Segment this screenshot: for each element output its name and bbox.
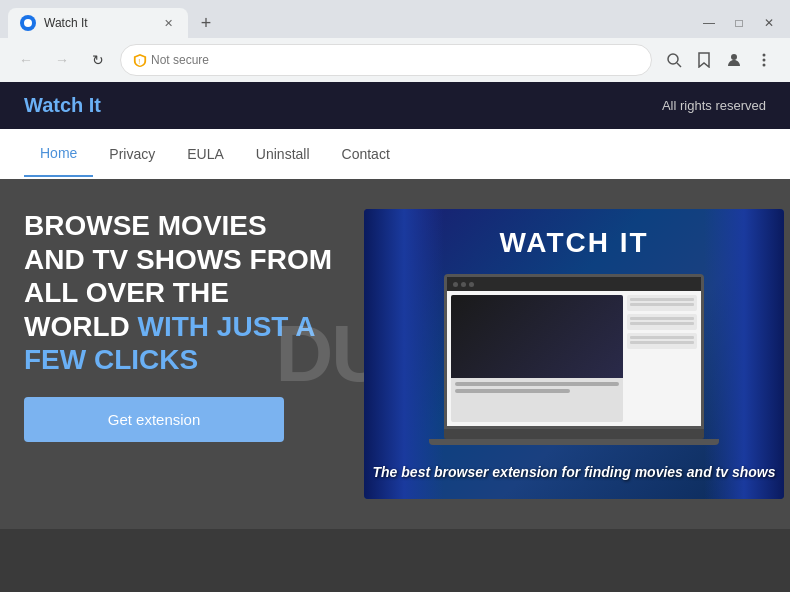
laptop-mockup: [444, 274, 704, 445]
laptop-screen: [444, 274, 704, 429]
browser-window: Watch It ✕ + — □ ✕ ← → ↻ ! Not secure: [0, 0, 790, 82]
tab-close-button[interactable]: ✕: [160, 15, 176, 31]
menu-icon[interactable]: [750, 46, 778, 74]
bookmark-icon[interactable]: [690, 46, 718, 74]
screen-dot-3: [469, 282, 474, 287]
forward-button[interactable]: →: [48, 46, 76, 74]
screen-dot-1: [453, 282, 458, 287]
back-button[interactable]: ←: [12, 46, 40, 74]
active-tab[interactable]: Watch It ✕: [8, 8, 188, 38]
sidebar-line-1: [630, 298, 694, 301]
website-content: Watch It All rights reserved Home Privac…: [0, 82, 790, 592]
svg-marker-4: [699, 53, 709, 67]
minimize-button[interactable]: —: [696, 10, 722, 36]
nav-item-uninstall[interactable]: Uninstall: [240, 132, 326, 176]
svg-line-3: [677, 63, 681, 67]
sidebar-line-2: [630, 303, 694, 306]
laptop-base: [444, 429, 704, 439]
screen-line-1: [455, 382, 619, 386]
sidebar-block-3: [627, 333, 697, 349]
new-tab-button[interactable]: +: [192, 9, 220, 37]
site-header: Watch It All rights reserved: [0, 82, 790, 129]
svg-point-2: [668, 54, 678, 64]
tab-title: Watch It: [44, 16, 152, 30]
address-bar: ← → ↻ ! Not secure: [0, 38, 790, 82]
tab-favicon: [20, 15, 36, 31]
sidebar-line-5: [630, 336, 694, 339]
close-button[interactable]: ✕: [756, 10, 782, 36]
nav-item-contact[interactable]: Contact: [326, 132, 406, 176]
screen-main: [451, 295, 623, 422]
sidebar-block-2: [627, 314, 697, 330]
hero-left: BROWSE MOVIES AND TV SHOWS FROM ALL OVER…: [24, 209, 334, 442]
screen-line-2: [455, 389, 570, 393]
svg-point-7: [763, 59, 766, 62]
svg-point-8: [763, 64, 766, 67]
screen-header: [447, 277, 701, 291]
site-main: DUSIK BROWSE MOVIES AND TV SHOWS FROM AL…: [0, 179, 790, 529]
profile-icon[interactable]: [720, 46, 748, 74]
tab-bar: Watch It ✕ + — □ ✕: [0, 0, 790, 38]
hero-image-title: WATCH IT: [364, 227, 784, 259]
nav-item-home[interactable]: Home: [24, 131, 93, 177]
sidebar-line-4: [630, 322, 694, 325]
hero-image: WATCH IT: [364, 209, 784, 499]
get-extension-button[interactable]: Get extension: [24, 397, 284, 442]
sidebar-line-6: [630, 341, 694, 344]
site-logo[interactable]: Watch It: [24, 94, 101, 117]
toolbar-icons: [660, 46, 778, 74]
screen-movie-img: [451, 295, 623, 378]
security-indicator: ! Not secure: [133, 53, 209, 67]
svg-point-6: [763, 54, 766, 57]
svg-point-5: [731, 54, 737, 60]
search-icon[interactable]: [660, 46, 688, 74]
laptop-bottom: [429, 439, 719, 445]
sidebar-block-1: [627, 295, 697, 311]
hero-headline-highlight: WITH JUST A FEW CLICKS: [24, 311, 314, 376]
screen-sidebar: [627, 295, 697, 422]
nav-item-eula[interactable]: EULA: [171, 132, 240, 176]
refresh-button[interactable]: ↻: [84, 46, 112, 74]
screen-dot-2: [461, 282, 466, 287]
screen-text: [451, 378, 623, 400]
header-copyright: All rights reserved: [662, 98, 766, 113]
sidebar-line-3: [630, 317, 694, 320]
site-nav: Home Privacy EULA Uninstall Contact: [0, 129, 790, 179]
window-controls: — □ ✕: [696, 10, 782, 36]
nav-item-privacy[interactable]: Privacy: [93, 132, 171, 176]
svg-point-0: [24, 19, 32, 27]
svg-text:!: !: [138, 58, 140, 65]
hero-caption: The best browser extension for finding m…: [364, 463, 784, 483]
maximize-button[interactable]: □: [726, 10, 752, 36]
security-text: Not secure: [151, 53, 209, 67]
url-bar[interactable]: ! Not secure: [120, 44, 652, 76]
hero-headline: BROWSE MOVIES AND TV SHOWS FROM ALL OVER…: [24, 209, 334, 377]
hero-caption-text: The best browser extension for finding m…: [364, 463, 784, 483]
screen-content: [447, 291, 701, 426]
